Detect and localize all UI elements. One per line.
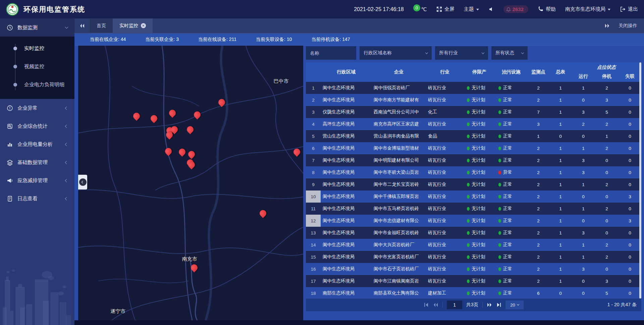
map-pin[interactable] — [166, 131, 173, 138]
fullscreen-button[interactable]: 全屏 — [436, 6, 454, 12]
sidebar-item-3[interactable]: 企业综合统计 — [0, 117, 74, 135]
map-pin[interactable] — [194, 111, 201, 118]
sidebar-item-2[interactable]: 企业异常 — [0, 99, 74, 117]
log-icon — [7, 196, 13, 202]
table-row[interactable]: 7阆中生态环境局阆中明阳建材有限公司砖瓦行业无计划正常21300 — [306, 154, 641, 166]
map-pin[interactable] — [293, 149, 300, 155]
cell-run: 1 — [572, 86, 595, 91]
chevrons-right-icon[interactable] — [604, 23, 610, 28]
last-page-icon[interactable] — [496, 303, 501, 307]
map[interactable]: 巴中市南充市遂宁市 — [78, 46, 303, 320]
cell-stop: 0 — [595, 194, 619, 199]
sidebar-subitem[interactable]: 实时监控 — [0, 39, 74, 57]
cell-industry: 砖瓦行业 — [426, 218, 464, 224]
chevron-left-icon — [65, 143, 68, 146]
status-dot-icon — [467, 291, 470, 295]
status-select[interactable]: 所有状态 — [491, 46, 528, 60]
table-body: 1阆中生态环境局阆中强锐页岩砖厂砖瓦行业无计划正常211202阆中生态环境局阆中… — [306, 82, 641, 299]
cell-facility-status: 正常 — [495, 121, 527, 127]
map-pin[interactable] — [187, 126, 194, 133]
table-row[interactable]: 11阆中生态环境局阆中市五马桥页岩机砖砖瓦行业无计划正常21120 — [306, 203, 641, 215]
map-pin[interactable] — [218, 99, 225, 106]
bullet-dot-icon — [13, 47, 17, 50]
tab-home[interactable]: 首页 — [90, 18, 113, 33]
cell-region: 阆中生态环境局 — [321, 230, 372, 236]
cell-company: 阆中市忠信建材有限公 — [372, 218, 426, 224]
map-pin[interactable] — [169, 110, 176, 116]
map-pin[interactable] — [188, 151, 195, 158]
table-row[interactable]: 1阆中生态环境局阆中强锐页岩砖厂砖瓦行业无计划正常21120 — [306, 82, 641, 94]
prev-page-icon[interactable] — [433, 303, 438, 307]
cell-facility-status: 正常 — [495, 206, 527, 212]
table-row[interactable]: 17阆中生态环境局阆中市江南镇阆南页岩砖瓦行业无计划正常21030 — [306, 275, 641, 287]
cell-index: 3 — [306, 106, 321, 118]
table-row[interactable]: 12阆中生态环境局阆中市忠信建材有限公砖瓦行业无计划正常21003 — [306, 215, 641, 227]
sidebar-item-4[interactable]: 企业用电量分析 — [0, 135, 74, 153]
sidebar-item-5[interactable]: 基础数据管理 — [0, 153, 74, 171]
cell-run: 3 — [572, 230, 595, 235]
pin-icon — [217, 98, 226, 107]
sidebar-subitem[interactable]: 视频监控 — [0, 57, 74, 75]
map-collapse-handle[interactable] — [78, 175, 87, 189]
table-row[interactable]: 2阆中生态环境局阆中市南方节能建材有砖瓦行业无计划正常21030 — [306, 94, 641, 106]
table-row[interactable]: 10阆中生态环境局阆中千佛镇五郎垭页岩砖瓦行业无计划正常21003 — [306, 191, 641, 203]
map-pin[interactable] — [191, 264, 198, 271]
table-row[interactable]: 13阆中生态环境局阆中市金福旺页岩机砖砖瓦行业无计划正常21300 — [306, 227, 641, 239]
map-pin[interactable] — [133, 113, 140, 119]
sidebar-item-6[interactable]: 应急减排管理 — [0, 171, 74, 189]
status-dot-icon — [467, 159, 470, 162]
chevron-down-icon — [521, 51, 524, 54]
sidebar-item-label: 日志查看 — [17, 196, 38, 202]
status-dot-icon — [467, 255, 470, 259]
cell-limit-status: 无计划 — [464, 121, 495, 127]
cell-points: 2 — [527, 98, 549, 103]
table-row[interactable]: 16阆中生态环境局阆中市石子页岩机砖厂砖瓦行业无计划正常21300 — [306, 263, 641, 275]
logout-button[interactable]: 退出 — [620, 6, 638, 12]
map-pin[interactable] — [188, 161, 195, 168]
theme-dropdown[interactable]: 主题 — [464, 6, 479, 12]
map-pin[interactable] — [165, 148, 172, 155]
chevron-left-icon — [65, 179, 68, 182]
cell-company: 阆中市南方节能建材有 — [372, 97, 426, 103]
cell-company: 阆中市金福旺页岩机砖 — [372, 230, 426, 236]
table-row[interactable]: 5营山生态环境局营山县润丰肉食品有限食品无计划正常10010 — [306, 130, 641, 142]
page-size-select[interactable]: 20 — [505, 301, 524, 309]
tabs-scroll-left-button[interactable] — [74, 18, 90, 33]
cell-limit-status: 无计划 — [464, 194, 495, 200]
table-row[interactable]: 3仪陇生态环境局西南油气田分公司川中化工无计划正常71350 — [306, 106, 641, 118]
stat-item: 当前在线设备: 211 — [198, 37, 236, 43]
map-pin[interactable] — [260, 210, 266, 217]
sidebar-item-1[interactable]: 数据监测 — [0, 18, 74, 37]
table-row[interactable]: 18南部生态环境局南部县双化土陶有限公建材加工无计划正常60050 — [306, 287, 641, 299]
table-scrollbar[interactable] — [639, 62, 641, 299]
region-select[interactable]: 行政区域名称 — [360, 46, 432, 60]
cell-company: 南部县双化土陶有限公 — [372, 290, 426, 296]
industry-select[interactable]: 所有行业 — [435, 46, 488, 60]
speaker-icon[interactable] — [488, 6, 494, 12]
cell-stop: 0 — [595, 218, 619, 223]
table-row[interactable]: 6阆中生态环境局阆中市金博瑞新型墙材砖瓦行业无计划正常21120 — [306, 142, 641, 154]
table-row[interactable]: 15阆中生态环境局阆中市光富页岩机砖厂砖瓦行业无计划正常21120 — [306, 251, 641, 263]
next-page-icon[interactable] — [487, 303, 492, 307]
name-search-input[interactable] — [306, 46, 356, 60]
cell-index: 1 — [306, 82, 321, 94]
table-row[interactable]: 8阆中生态环境局阆中市枣碧大梁山页岩砖瓦行业无计划异常21300 — [306, 166, 641, 178]
tab-realtime-monitor[interactable]: 实时监控 ✕ — [113, 18, 153, 33]
sidebar-subitem[interactable]: 企业电力负荷明细 — [0, 75, 74, 94]
tab-close-icon[interactable]: ✕ — [141, 23, 146, 28]
table-row[interactable]: 14阆中生态环境局阆中大兴页岩机砖厂砖瓦行业无计划正常21120 — [306, 239, 641, 251]
table-row[interactable]: 9阆中生态环境局阆中市二龙长宝页岩砖砖瓦行业无计划正常21120 — [306, 178, 641, 191]
stat-item: 当前失联设备: 10 — [256, 37, 292, 43]
map-pin[interactable] — [179, 149, 185, 155]
cell-lost: 3 — [619, 194, 641, 199]
sidebar-item-7[interactable]: 日志查看 — [0, 189, 74, 208]
table-row[interactable]: 4高坪生态环境局南充市高坪区王家店建砖瓦行业无计划正常31220 — [306, 118, 641, 130]
page-number-input[interactable] — [447, 301, 462, 309]
org-dropdown[interactable]: 南充市生态环境局 — [565, 6, 610, 12]
help-button[interactable]: 帮助 — [538, 6, 556, 12]
first-page-icon[interactable] — [424, 303, 429, 307]
notification-button[interactable]: 2632 — [503, 5, 528, 13]
close-operations-button[interactable]: 关闭操作 — [619, 23, 637, 29]
map-pin[interactable] — [151, 115, 157, 122]
cell-stop: 0 — [595, 170, 619, 175]
